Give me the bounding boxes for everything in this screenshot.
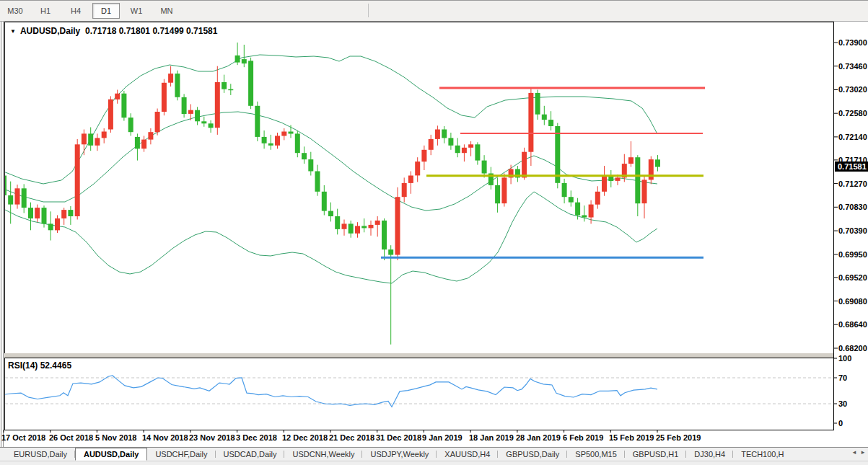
candle xyxy=(308,152,313,176)
price-axis-label: 0.73900 xyxy=(838,38,867,47)
candle xyxy=(455,138,460,157)
ohlc-values: 0.71718 0.71801 0.71499 0.71581 xyxy=(85,26,218,36)
tab-gbpusd-daily[interactable]: GBPUSD,Daily xyxy=(498,448,567,461)
candle xyxy=(562,179,567,203)
tab-eurusd-daily[interactable]: EURUSD,Daily xyxy=(6,448,75,461)
candle xyxy=(602,166,607,196)
symbol-tab-bar: EURUSD,DailyAUDUSD,DailyUSDCHF,DailyUSDC… xyxy=(0,447,868,461)
price-axis-label: 0.69950 xyxy=(838,250,867,259)
price-axis-label: 0.69080 xyxy=(838,297,867,306)
candle xyxy=(542,106,547,125)
date-axis-label: 15 Feb 2019 xyxy=(609,433,654,442)
candle xyxy=(255,102,260,141)
candle xyxy=(201,117,206,127)
candle xyxy=(275,133,280,149)
candle xyxy=(622,154,627,182)
candle xyxy=(608,170,613,187)
date-axis-label: 14 Nov 2018 xyxy=(142,433,188,442)
candle xyxy=(388,245,393,345)
candle xyxy=(635,155,640,216)
date-axis-label: 21 Dec 2018 xyxy=(329,433,374,442)
candle xyxy=(421,146,426,170)
candle xyxy=(528,88,533,167)
date-axis-label: 6 Feb 2019 xyxy=(563,433,603,442)
tab-tech100-h[interactable]: TECH100,H xyxy=(733,448,792,461)
candle xyxy=(128,113,133,136)
tab-audusd-daily[interactable]: AUDUSD,Daily xyxy=(75,448,147,461)
candle xyxy=(322,185,327,216)
date-axis-label: 26 Oct 2018 xyxy=(49,433,93,442)
candle xyxy=(168,66,173,87)
candle xyxy=(88,128,93,151)
price-axis-label: 0.69520 xyxy=(838,273,867,282)
axis-ticks xyxy=(4,43,838,433)
candle xyxy=(141,136,146,151)
date-axis-label: 9 Jan 2019 xyxy=(422,433,463,442)
tab-usdjpy-weekly[interactable]: USDJPY,Weekly xyxy=(362,448,437,461)
candle xyxy=(15,185,20,209)
candle xyxy=(569,190,574,206)
tab-gbpusd-h1[interactable]: GBPUSD,H1 xyxy=(625,448,687,461)
candle xyxy=(28,203,33,231)
candle xyxy=(302,146,307,164)
candle xyxy=(209,120,214,133)
candle xyxy=(448,133,453,150)
candle xyxy=(48,211,53,240)
candle xyxy=(82,130,87,156)
candle xyxy=(535,90,540,120)
candle xyxy=(475,142,480,164)
tab-usdchf-daily[interactable]: USDCHF,Daily xyxy=(147,448,215,461)
candle xyxy=(442,126,447,143)
candle xyxy=(501,174,507,207)
candle xyxy=(482,155,487,177)
candle xyxy=(289,125,294,138)
candle xyxy=(429,135,434,155)
rsi-indicator-label: RSI(14) 52.4465 xyxy=(8,360,71,371)
candle xyxy=(375,216,380,236)
price-axis-label: 0.70830 xyxy=(838,203,867,211)
candle xyxy=(182,94,187,118)
current-price-badge: 0.71581 xyxy=(835,161,868,172)
candle xyxy=(495,177,500,212)
date-axis-label: 25 Feb 2019 xyxy=(656,433,701,442)
candle xyxy=(135,133,140,160)
candle xyxy=(468,141,473,156)
candle xyxy=(348,221,354,238)
candle xyxy=(121,91,126,121)
trendlines[interactable] xyxy=(381,88,705,257)
chart-title: ▼AUDUSD,Daily 0.71718 0.71801 0.71499 0.… xyxy=(10,26,217,36)
tab-usdcad-daily[interactable]: USDCAD,Daily xyxy=(216,448,285,461)
price-axis-label: 0.72580 xyxy=(838,109,867,118)
candle xyxy=(35,205,40,223)
candle xyxy=(642,177,647,218)
symbol-dropdown-icon[interactable]: ▼ xyxy=(10,28,16,35)
tab-usdcnh-weekly[interactable]: USDCNH,Weekly xyxy=(284,448,362,461)
candle xyxy=(335,209,340,235)
date-axis-label: 5 Nov 2018 xyxy=(95,433,136,442)
date-axis-label: 31 Dec 2018 xyxy=(376,433,421,442)
candle xyxy=(595,186,600,208)
chart-canvas[interactable] xyxy=(0,0,868,465)
candle xyxy=(435,125,440,146)
date-axis-label: 18 Jan 2019 xyxy=(469,433,514,442)
tab-scroll-right-icon[interactable]: ▸ xyxy=(859,448,867,456)
candle xyxy=(408,172,413,194)
date-axis-label: 28 Jan 2019 xyxy=(516,433,561,442)
candle xyxy=(248,58,253,109)
candle xyxy=(509,165,514,185)
tab-dj30-h4[interactable]: DJ30,H4 xyxy=(686,448,733,461)
candle xyxy=(361,218,367,232)
candle xyxy=(68,206,73,225)
tab-xauusd-h4[interactable]: XAUUSD,H4 xyxy=(437,448,498,461)
tab-sp500-m15[interactable]: SP500,M15 xyxy=(567,448,624,461)
tab-scroll-left-icon[interactable]: ◂ xyxy=(851,448,858,456)
candle xyxy=(61,208,66,225)
candle xyxy=(228,84,233,95)
candle xyxy=(415,157,420,182)
candle xyxy=(215,66,220,135)
candle xyxy=(148,128,153,144)
candle xyxy=(462,144,467,161)
candle xyxy=(222,75,227,93)
candle xyxy=(395,187,400,260)
date-axis-label: 12 Dec 2018 xyxy=(282,433,328,442)
